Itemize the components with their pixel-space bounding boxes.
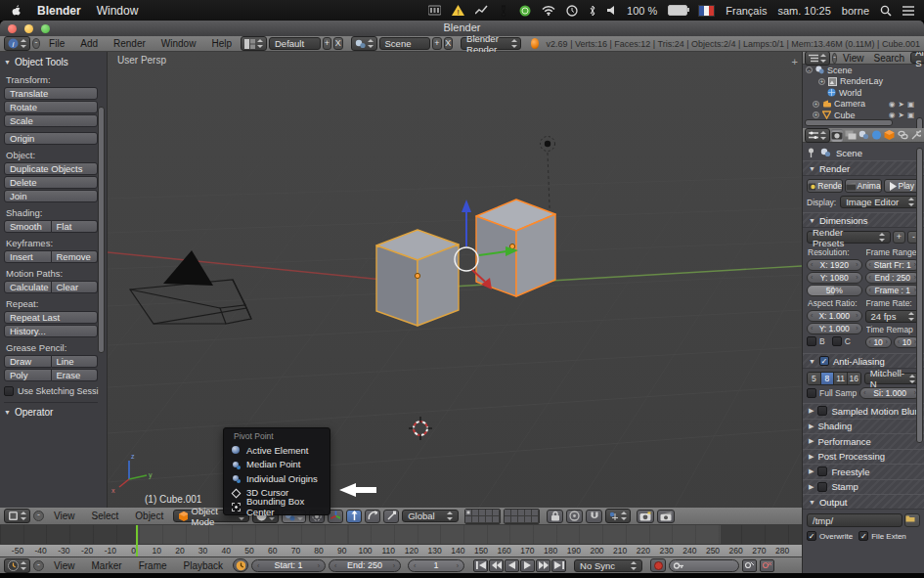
layer-cell[interactable] (525, 510, 532, 516)
layer-cell[interactable] (486, 516, 493, 523)
stamp-checkbox[interactable] (817, 482, 827, 492)
flask-status-icon[interactable] (499, 4, 508, 18)
tab-world[interactable] (870, 129, 882, 142)
output-panel-header[interactable]: ▼Output (803, 494, 924, 510)
performance-panel[interactable]: ▶Performance (803, 433, 924, 449)
expand-icon[interactable]: + (813, 111, 819, 118)
snap-magnet-toggle[interactable] (586, 510, 602, 523)
crop-checkbox[interactable] (832, 336, 842, 346)
operator-panel-header[interactable]: ▼ Operator (4, 402, 98, 420)
green-app-status-icon[interactable] (519, 4, 531, 18)
jump-to-start-button[interactable] (473, 559, 488, 572)
graph-status-icon[interactable] (475, 4, 488, 18)
remap-old-field[interactable]: ‹10› (865, 336, 892, 348)
play-reverse-button[interactable] (505, 559, 519, 572)
calculate-paths-button[interactable]: Calculate (4, 281, 52, 293)
outliner-collapse-icon[interactable]: - (832, 53, 837, 64)
expand-icon[interactable]: + (813, 101, 819, 108)
editor-type-outliner-button[interactable] (805, 52, 830, 66)
gp-draw-button[interactable]: Draw (4, 355, 52, 368)
tl-menu-view[interactable]: View (47, 560, 82, 571)
editor-type-3dview-button[interactable] (4, 509, 30, 523)
renderability-camera-icon[interactable]: ▣ (907, 100, 914, 109)
layer-cell[interactable] (505, 510, 511, 516)
notification-center-icon[interactable] (902, 4, 914, 18)
aa-samples-8[interactable]: 8 (821, 373, 835, 384)
insert-keyframe-button[interactable]: Insert (4, 250, 52, 263)
mac-window-menu[interactable]: Window (97, 4, 139, 18)
scene-field[interactable]: Scene (379, 37, 431, 50)
full-sample-checkbox[interactable] (807, 388, 816, 398)
spotlight-search-icon[interactable] (880, 4, 892, 18)
gp-poly-button[interactable]: Poly (4, 369, 52, 381)
layer-cell[interactable] (465, 516, 472, 523)
outliner-row-camera[interactable]: + Camera ◉ ➤ ▣ (803, 99, 924, 111)
current-frame-field[interactable]: ‹1› (408, 559, 464, 572)
layer-cell[interactable] (532, 516, 539, 523)
selectability-cursor-icon[interactable]: ➤ (899, 111, 904, 119)
freestyle-panel[interactable]: ▶ Freestyle (803, 464, 924, 479)
timeline-ruler[interactable]: -50-40-30-20-100102030405060708090100110… (0, 544, 802, 557)
menubar-clock[interactable]: sam. 10:25 (777, 5, 830, 17)
aa-samples-11[interactable]: 11 (834, 373, 848, 384)
join-button[interactable]: Join (4, 190, 98, 202)
french-flag-icon[interactable] (698, 5, 715, 17)
aspect-x-field[interactable]: ‹X: 1.000› (807, 310, 862, 322)
editor-type-properties-button[interactable] (805, 128, 830, 143)
tab-constraints[interactable] (897, 129, 908, 142)
tab-modifiers[interactable] (910, 129, 922, 142)
layer-cell[interactable] (479, 516, 486, 523)
outliner-hscrollbar[interactable] (805, 119, 893, 126)
render-engine-dropdown[interactable]: Blender Render (461, 37, 521, 50)
layer-cell[interactable] (479, 510, 486, 516)
translate-button[interactable]: Translate (4, 87, 98, 100)
menu-item-individual-origins[interactable]: Individual Origins (224, 471, 330, 486)
output-path-field[interactable]: /tmp/ (807, 513, 902, 527)
scale-button[interactable]: Scale (4, 114, 98, 127)
layer-cell[interactable] (486, 510, 493, 516)
mac-app-menu[interactable]: Blender (37, 4, 81, 18)
frame-step-field[interactable]: ‹Frame : 1› (865, 285, 921, 296)
menubar-user[interactable]: borne (842, 5, 869, 17)
menu-add[interactable]: Add (73, 38, 105, 49)
menu-help[interactable]: Help (204, 38, 239, 49)
camera-object[interactable] (130, 250, 251, 324)
tab-object[interactable] (884, 129, 896, 142)
close-scene-button[interactable]: X (444, 37, 453, 50)
camera-restrict-toggles[interactable]: ◉ ➤ ▣ (889, 100, 924, 109)
file-extensions-checkbox[interactable]: ✓ (858, 531, 868, 541)
tab-render[interactable] (831, 129, 843, 142)
outliner-row-renderlayers[interactable]: + RenderLay (803, 76, 924, 88)
tl-menu-marker[interactable]: Marker (85, 560, 129, 571)
sync-mode-dropdown[interactable]: No Sync (574, 559, 642, 572)
start-frame-field[interactable]: ‹Start: 1› (251, 559, 326, 572)
viewport-3d[interactable]: z y x User Persp (1) Cube.001 + (108, 52, 802, 508)
opengl-render-button[interactable] (637, 510, 654, 523)
browse-folder-button[interactable] (904, 513, 920, 527)
screen-layout-icon-button[interactable] (241, 36, 267, 51)
duplicate-objects-button[interactable]: Duplicate Objects (4, 162, 98, 175)
apple-menu-icon[interactable] (10, 4, 22, 18)
menu-file[interactable]: File (42, 38, 71, 49)
layer-cell[interactable] (493, 510, 500, 516)
resolution-x-field[interactable]: ‹X: 1920› (807, 259, 862, 271)
menu-item-active-element[interactable]: Active Element (224, 443, 330, 458)
render-presets-dropdown[interactable]: Render Presets (807, 231, 891, 244)
timeline-strip[interactable] (0, 525, 802, 544)
layer-cell[interactable] (532, 510, 539, 516)
play-button[interactable] (520, 559, 535, 572)
editor-type-info-button[interactable]: i (4, 36, 30, 51)
layers-group-2[interactable] (504, 509, 540, 524)
outliner-row-world[interactable]: World (803, 87, 924, 99)
display-columns-icon[interactable] (428, 4, 441, 18)
play-animation-button[interactable]: Play (884, 179, 920, 193)
vp-menu-select[interactable]: Select (85, 511, 126, 521)
playhead[interactable] (136, 525, 138, 556)
repeat-last-button[interactable]: Repeat Last (4, 311, 98, 324)
collapse-menus-icon[interactable]: - (32, 38, 40, 49)
selectability-cursor-icon[interactable]: ➤ (899, 100, 904, 109)
shading-panel[interactable]: ▶Shading (803, 419, 924, 434)
tab-scene[interactable] (858, 129, 869, 142)
history-button[interactable]: History... (4, 325, 98, 337)
delete-button[interactable]: Delete (4, 176, 98, 189)
